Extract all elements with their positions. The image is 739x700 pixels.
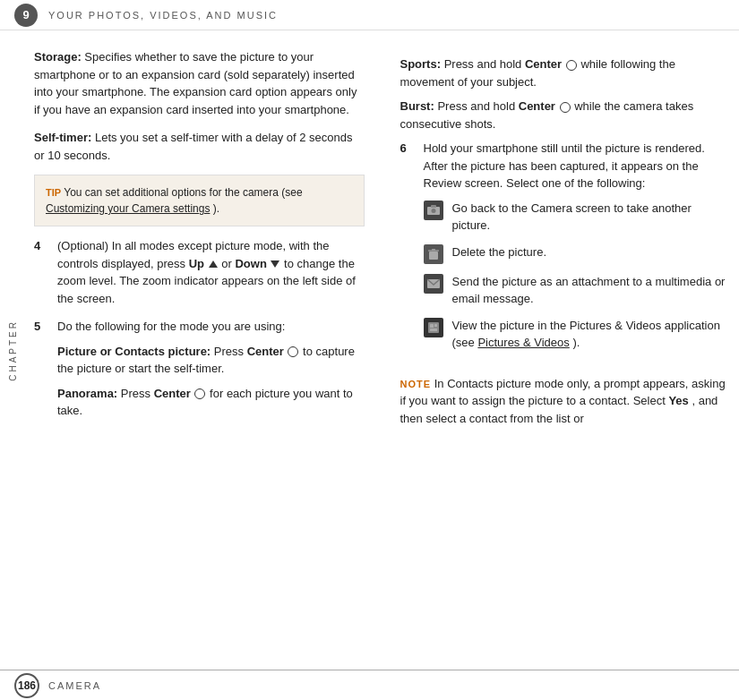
- center-circle-icon-3: [566, 60, 577, 71]
- sub-item-burst-text1: Press and hold: [437, 99, 518, 113]
- page-wrapper: 9 YOUR PHOTOS, VIDEOS, AND MUSIC CHAPTER…: [0, 0, 739, 700]
- chapter-number: 9: [22, 8, 29, 21]
- icon-item-photos-content: View the picture in the Pictures & Video…: [452, 317, 731, 352]
- icon-list-item-email: Send the picture as an attachment to a m…: [424, 273, 731, 308]
- page-number: 186: [18, 679, 36, 692]
- left-column: Storage: Specifies whether to save the p…: [34, 48, 374, 661]
- sub-item-burst: Burst: Press and hold Center while the c…: [400, 98, 731, 132]
- sub-item-panorama: Panorama: Press Center for each picture …: [57, 385, 365, 420]
- step-4-content: (Optional) In all modes except picture m…: [57, 237, 365, 307]
- up-triangle-icon: [209, 260, 218, 268]
- sub-item-sports-text1: Press and hold: [444, 57, 525, 71]
- svg-rect-10: [430, 329, 437, 331]
- self-timer-term: Self-timer:: [34, 131, 91, 144]
- chapter-sidebar: CHAPTER: [0, 30, 25, 670]
- footer-title: CAMERA: [48, 680, 101, 691]
- sub-item-panorama-term: Panorama:: [57, 387, 117, 400]
- step-6-text: Hold your smartphone still until the pic…: [424, 141, 705, 190]
- sub-item-sports: Sports: Press and hold Center while foll…: [400, 55, 731, 90]
- center-circle-icon-4: [560, 102, 571, 113]
- header-title: YOUR PHOTOS, VIDEOS, AND MUSIC: [48, 10, 278, 21]
- icon-list-item-trash: Delete the picture.: [424, 243, 731, 264]
- tip-text: You can set additional options for the c…: [64, 186, 302, 199]
- step-4-up-bold: Up: [189, 257, 204, 270]
- sub-item-picture: Picture or Contacts picture: Press Cente…: [57, 343, 365, 378]
- photos-review-icon: [424, 318, 443, 337]
- svg-rect-8: [430, 324, 434, 328]
- sub-item-picture-term: Picture or Contacts picture:: [57, 345, 211, 358]
- page-footer: 186 CAMERA: [0, 670, 739, 700]
- icon-item-email-text: Send the picture as an attachment to a m…: [452, 273, 731, 308]
- sub-item-sports-center: Center: [525, 57, 562, 71]
- tip-label: TIP: [46, 187, 61, 198]
- sub-item-picture-text1: Press: [214, 345, 247, 358]
- page-number-circle: 186: [14, 673, 39, 698]
- sub-item-panorama-center: Center: [154, 387, 191, 400]
- self-timer-block: Self-timer: Lets you set a self-timer wi…: [34, 129, 365, 164]
- svg-rect-5: [432, 249, 435, 251]
- step-6-content: Hold your smartphone still until the pic…: [424, 140, 731, 361]
- storage-term: Storage:: [34, 50, 82, 64]
- svg-point-2: [431, 209, 435, 213]
- trash-review-icon: [424, 244, 443, 264]
- step-5-intro: Do the following for the mode you are us…: [57, 320, 285, 333]
- sub-item-sports-term: Sports:: [400, 57, 442, 71]
- tip-box: TIP You can set additional options for t…: [34, 175, 365, 226]
- step-6-number: 6: [400, 140, 418, 361]
- chapter-number-circle: 9: [14, 4, 38, 27]
- icon-list-item-camera: Go back to the Camera screen to take ano…: [424, 200, 731, 235]
- tip-text-after: ).: [213, 202, 219, 215]
- step-5: 5 Do the following for the mode you are …: [34, 318, 365, 427]
- icon-list-item-photos: View the picture in the Pictures & Video…: [424, 317, 731, 352]
- storage-block: Storage: Specifies whether to save the p…: [34, 48, 365, 118]
- down-triangle-icon: [271, 260, 279, 268]
- pictures-videos-link[interactable]: Pictures & Videos: [477, 336, 569, 349]
- icon-item-trash-text: Delete the picture.: [452, 243, 547, 261]
- chapter-label: CHAPTER: [8, 320, 18, 381]
- top-header: 9 YOUR PHOTOS, VIDEOS, AND MUSIC: [0, 0, 739, 30]
- tip-link[interactable]: Customizing your Camera settings: [46, 202, 210, 215]
- sub-item-burst-term: Burst:: [400, 99, 434, 113]
- step-6: 6 Hold your smartphone still until the p…: [400, 140, 731, 361]
- note-box: NOTE In Contacts picture mode only, a pr…: [400, 375, 731, 428]
- icon-item-camera-text: Go back to the Camera screen to take ano…: [452, 200, 731, 235]
- camera-review-icon: [424, 201, 443, 220]
- icon-list: Go back to the Camera screen to take ano…: [424, 200, 731, 352]
- step-4-or: or: [221, 257, 235, 270]
- step-4: 4 (Optional) In all modes except picture…: [34, 237, 365, 307]
- note-yes-bold: Yes: [668, 394, 688, 407]
- step-4-down-bold: Down: [235, 257, 266, 270]
- icon-item-photos-text2: ).: [572, 336, 580, 349]
- svg-rect-3: [429, 252, 438, 260]
- center-circle-icon-2: [194, 388, 205, 399]
- svg-rect-1: [431, 205, 436, 208]
- sub-item-burst-center: Center: [519, 99, 555, 113]
- svg-rect-9: [434, 324, 437, 327]
- svg-rect-7: [428, 322, 439, 333]
- step-5-number: 5: [34, 318, 52, 427]
- main-content: CHAPTER Storage: Specifies whether to sa…: [0, 30, 739, 670]
- step-4-number: 4: [34, 237, 52, 307]
- sub-item-picture-center: Center: [247, 345, 284, 358]
- storage-text: Specifies whether to save the picture to…: [34, 50, 357, 116]
- columns: Storage: Specifies whether to save the p…: [25, 30, 739, 670]
- right-column: Sports: Press and hold Center while foll…: [391, 48, 731, 661]
- center-circle-icon-1: [288, 346, 298, 357]
- email-review-icon: [424, 274, 443, 294]
- step-5-content: Do the following for the mode you are us…: [57, 318, 365, 427]
- sub-item-panorama-text1: Press: [121, 387, 154, 400]
- note-label: NOTE: [400, 379, 432, 389]
